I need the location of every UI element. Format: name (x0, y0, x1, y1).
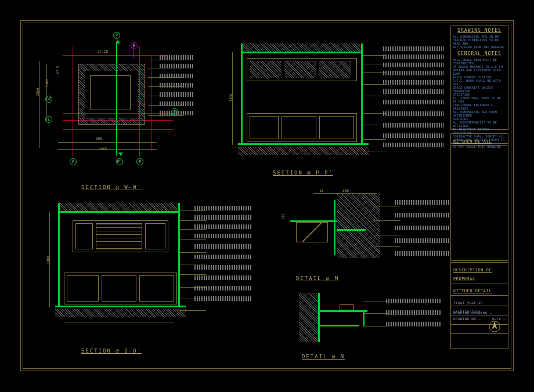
wall-hatch (78, 70, 85, 119)
diag (296, 222, 328, 242)
note: GRADE CONCRETE UNLESS OTHERWISE (453, 86, 506, 93)
section-oo: 3300 (41, 200, 197, 345)
note: ALL DIMENSIONS ARE FROM UNFINISHED (453, 110, 506, 117)
wall-line (178, 203, 180, 307)
grid-bubble-r: R (131, 42, 138, 49)
slab-hatch (58, 203, 180, 211)
drawing-sheet: P R D2 E E F P' F (20, 20, 514, 371)
inner-border: P R D2 E E F P' F (23, 23, 511, 369)
grid-bubble-f: F (70, 158, 77, 165)
detail-n (284, 290, 389, 354)
cab-panel (284, 61, 316, 78)
section-ww: P R D2 E E F P' F (35, 32, 186, 183)
leader (148, 60, 183, 60)
dim-text: 27.18 (98, 49, 108, 53)
leader (363, 302, 389, 302)
dim-line (58, 142, 157, 143)
wall-hatch (78, 118, 145, 125)
dim-line (58, 149, 157, 150)
cab (139, 275, 174, 302)
section-ww-title: SECTION @ W-W' (81, 184, 142, 190)
annotation (386, 322, 441, 326)
annotation (395, 200, 450, 205)
grid-line (63, 129, 173, 130)
annotation (395, 226, 450, 230)
annotation (160, 64, 194, 68)
annotation (194, 296, 252, 301)
annotation (395, 213, 450, 217)
wall-line (241, 43, 243, 145)
cab-panel (250, 61, 282, 78)
title-spacer (450, 145, 508, 261)
counter-line (318, 310, 367, 312)
dim-text: 600 (96, 136, 102, 140)
annotation (395, 238, 450, 243)
annotation (383, 63, 444, 67)
annotation (194, 286, 252, 291)
interior-box (90, 75, 131, 110)
annotation (383, 55, 444, 59)
section-pp: 3300 (223, 38, 386, 174)
annotation (194, 234, 252, 238)
shelf (318, 325, 359, 326)
lower-cab (319, 116, 354, 139)
ceiling-line (241, 52, 363, 53)
ceiling-line (58, 211, 180, 213)
edge (318, 293, 320, 342)
annotation (194, 206, 252, 210)
lower-cab (282, 116, 316, 139)
slab-hatch (241, 43, 363, 52)
annotation (194, 224, 252, 229)
dim-line (49, 212, 50, 307)
oo-annotations (194, 206, 252, 301)
sheet-title-box: KITCHEN DETAIL (450, 133, 508, 144)
leader (363, 55, 386, 56)
floor-line (55, 306, 186, 307)
sheet-title: KITCHEN DETAIL (453, 139, 492, 144)
annotation (383, 123, 444, 128)
annotation (383, 100, 444, 104)
wall-hatch (138, 70, 145, 119)
leader (363, 84, 386, 85)
section-oo-title: SECTION @ O-O' (81, 348, 142, 354)
detail-m-title: DETAIL @ M (296, 275, 339, 281)
grid-bubble-f2: F (136, 158, 143, 165)
annotation (160, 92, 194, 97)
leader (363, 326, 389, 326)
desc-value: KITCHEN DETAIL (453, 289, 492, 293)
annotation (194, 265, 252, 270)
note: FIGURED DIMENSIONS TO BE READ AND (453, 38, 506, 45)
tri-icon (118, 153, 123, 156)
working-drawing: WORKING DRAWING — (453, 311, 492, 315)
annotation (386, 299, 441, 303)
wall-hatch (299, 293, 319, 342)
annotation (383, 111, 444, 116)
wall-line (361, 43, 363, 145)
grid-line (134, 46, 134, 58)
dim-text: 115 (281, 213, 285, 220)
note: ALL STRUCTURAL WORK TO BE AS PER (453, 96, 506, 103)
drawing-notes-title: DRAWING NOTES (453, 28, 506, 33)
cab-panel (319, 61, 351, 78)
dim-line (64, 322, 174, 322)
edge (334, 200, 335, 255)
leader (363, 139, 386, 140)
desc-head: DESCRIPTION OF PROPOSAL (453, 268, 492, 281)
annotation (160, 83, 194, 88)
grid-bubble-p: P (113, 32, 120, 39)
dim-text: 67.5 (56, 66, 60, 74)
annotation (383, 133, 444, 138)
leader (363, 72, 386, 73)
leader (363, 113, 386, 114)
lower-cab (250, 116, 279, 139)
note: STRUCTURAL ENGINEER'S DRAWINGS (453, 103, 506, 110)
general-notes-title: GENERAL NOTES (453, 51, 506, 56)
dim-line (313, 193, 377, 194)
annotation (160, 55, 194, 60)
note: WALL SHALL GENERALLY BE CONSTRUCTED (453, 58, 506, 65)
annotation (194, 215, 252, 220)
dim-text: 200 (342, 188, 349, 193)
annotation (194, 275, 252, 280)
annotation (386, 310, 441, 315)
title-block: DESCRIPTION OF PROPOSAL KITCHEN DETAIL f… (450, 262, 508, 349)
